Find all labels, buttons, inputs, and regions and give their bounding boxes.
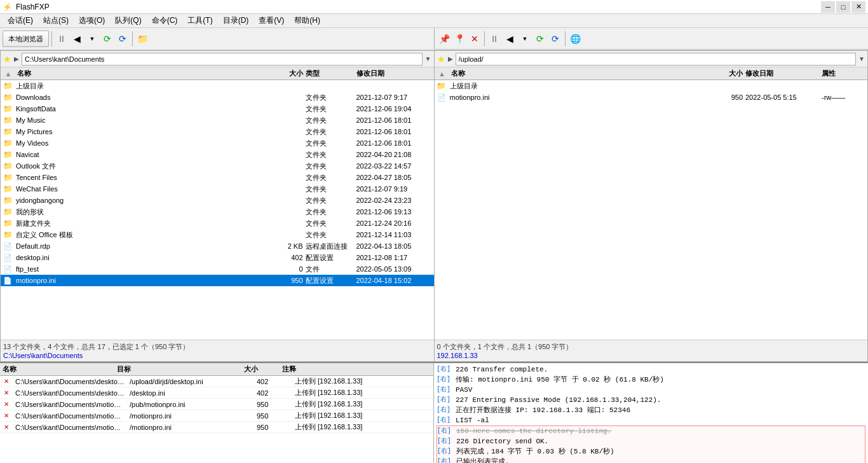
- left-star-icon[interactable]: ★: [3, 54, 11, 64]
- folder-icon: 📁: [2, 172, 13, 183]
- list-item[interactable]: 📁Navicat文件夹2022-04-20 21:08: [1, 149, 434, 160]
- list-item[interactable]: 📁My Pictures文件夹2021-12-06 18:01: [1, 126, 434, 137]
- list-item[interactable]: 📄Default.rdp2 KB远程桌面连接2022-04-13 18:05: [1, 240, 434, 252]
- file-date: 2022-04-18 15:02: [356, 277, 433, 284]
- right-path-dropdown[interactable]: ▼: [858, 55, 865, 62]
- refresh-blue-icon[interactable]: ⟳: [116, 32, 130, 46]
- list-item[interactable]: 📁自定义 Office 模板文件夹2021-12-14 11:03: [1, 229, 434, 240]
- right-star-icon[interactable]: ★: [437, 54, 445, 64]
- toolbars: 本地浏览器 ⏸ ◀ ▼ ⟳ ⟳ 📁 📌 📍 ✕ ⏸ ◀ ▼ ⟳ ⟳ 🌐: [0, 28, 868, 50]
- queue-item-name: C:\Users\kant\Documents\desktop.ini: [13, 389, 127, 397]
- list-item[interactable]: 📁Downloads文件夹2021-12-07 9:17: [1, 92, 434, 103]
- close-button[interactable]: ✕: [851, 1, 865, 13]
- list-item[interactable]: 📁My Music文件夹2021-12-06 18:01: [1, 114, 434, 126]
- queue-item-size: 950: [254, 412, 292, 420]
- list-item[interactable]: 📁我的形状文件夹2021-12-06 19:13: [1, 206, 434, 218]
- folder-icon[interactable]: 📁: [135, 32, 149, 46]
- left-path-bar: ★ ▶ ▼: [1, 51, 434, 67]
- maximize-button[interactable]: □: [836, 1, 850, 13]
- file-type: 配置设置: [306, 253, 356, 263]
- refresh-green-icon[interactable]: ⟳: [100, 32, 114, 46]
- menu-item[interactable]: 工具(T): [182, 14, 217, 27]
- queue-row[interactable]: ✕C:\Users\kant\Documents\motionpro.ini/m…: [0, 410, 433, 422]
- pause-icon[interactable]: ⏸: [55, 32, 69, 46]
- globe-icon[interactable]: 🌐: [568, 32, 582, 46]
- local-browser-button[interactable]: 本地浏览器: [3, 31, 49, 47]
- list-item[interactable]: 📁新建文件夹文件夹2021-12-24 20:16: [1, 218, 434, 229]
- menu-item[interactable]: 队列(Q): [110, 14, 146, 27]
- folder-icon: 📁: [2, 230, 13, 240]
- menu-item[interactable]: 命令(C): [147, 14, 183, 27]
- refresh2-green-icon[interactable]: ⟳: [533, 32, 547, 46]
- queue-item-note: 上传到 [192.168.1.33]: [292, 422, 433, 432]
- file-date: 2021-12-06 18:01: [356, 139, 433, 147]
- right-header-size: 大小: [707, 69, 745, 78]
- list-item[interactable]: 📄desktop.ini402配置设置2021-12-08 1:17: [1, 252, 434, 263]
- minimize-button[interactable]: ─: [821, 1, 835, 13]
- arrow-left-icon[interactable]: ◀: [70, 32, 84, 46]
- folder-icon: 📁: [436, 81, 447, 91]
- queue-row[interactable]: ✕C:\Users\kant\Documents\motionpro.ini/p…: [0, 399, 433, 410]
- file-date: 2021-12-06 18:01: [356, 116, 433, 124]
- queue-row[interactable]: ✕C:\Users\kant\Documents\desktop.ini/des…: [0, 387, 433, 399]
- list-item[interactable]: 📄motionpro.ini950配置设置2022-04-18 15:02: [1, 275, 434, 286]
- queue-item-note: 上传到 [192.168.1.33]: [292, 388, 433, 397]
- dropdown2-icon[interactable]: ▼: [518, 32, 532, 46]
- queue-header-size: 大小: [241, 364, 280, 374]
- list-item[interactable]: 📁Outlook 文件文件夹2022-03-22 14:57: [1, 160, 434, 172]
- right-status-text: 0 个文件夹，1 个文件，总共 1（950 字节）: [437, 342, 865, 352]
- file-type: 文件夹: [306, 173, 356, 183]
- pin2-icon[interactable]: 📍: [452, 32, 466, 46]
- left-nav-arrow[interactable]: ▶: [14, 55, 19, 62]
- log-text: 列表完成，184 字节 于 0.03 秒 (5.8 KB/秒): [456, 446, 865, 457]
- right-file-header: ▲ 名称 大小 修改日期 属性: [435, 67, 868, 80]
- delete-icon[interactable]: ✕: [468, 32, 482, 46]
- list-item[interactable]: 📁WeChat Files文件夹2021-12-07 9:19: [1, 183, 434, 195]
- left-path-dropdown[interactable]: ▼: [425, 55, 431, 62]
- refresh2-blue-icon[interactable]: ⟳: [548, 32, 562, 46]
- right-path-input[interactable]: [456, 53, 857, 66]
- pin-icon[interactable]: 📌: [437, 32, 451, 46]
- file-name: 上级目录: [13, 81, 268, 91]
- menu-item[interactable]: 站点(S): [38, 14, 74, 27]
- pause2-icon[interactable]: ⏸: [487, 32, 501, 46]
- folder-icon: 📁: [2, 81, 13, 91]
- dropdown-arrow-icon[interactable]: ▼: [85, 32, 99, 46]
- right-nav-arrow[interactable]: ▶: [448, 55, 453, 62]
- menu-item[interactable]: 目录(D): [218, 14, 254, 27]
- arrow2-icon[interactable]: ◀: [503, 32, 517, 46]
- separator3: [484, 31, 485, 46]
- list-item[interactable]: 📁Tencent Files文件夹2022-04-27 18:05: [1, 172, 434, 183]
- log-text: LIST -al: [456, 415, 865, 425]
- queue-item-icon: ✕: [0, 389, 13, 396]
- queue-row[interactable]: ✕C:\Users\kant\Documents\desktop.ini/upl…: [0, 376, 433, 387]
- titlebar: ⚡ FlashFXP ─ □ ✕: [0, 0, 868, 14]
- left-file-list: 📁上级目录📁Downloads文件夹2021-12-07 9:17📁Kingso…: [1, 80, 434, 340]
- file-icon: 📄: [2, 264, 13, 274]
- file-name: motionpro.ini: [447, 93, 708, 101]
- left-path-input[interactable]: [22, 53, 423, 66]
- log-direction: [右]: [437, 457, 455, 463]
- menu-item[interactable]: 帮助(H): [289, 14, 325, 27]
- transfer-queue: 名称 目标 大小 注释 ✕C:\Users\kant\Documents\des…: [0, 363, 434, 463]
- log-text: 226 Directory send OK.: [456, 436, 865, 446]
- log-text: PASV: [456, 385, 865, 395]
- file-date: 2021-12-06 19:04: [356, 105, 433, 113]
- file-size: 950: [707, 93, 745, 101]
- list-item[interactable]: 📁上级目录: [1, 80, 434, 92]
- file-size: 402: [268, 254, 306, 261]
- menu-item[interactable]: 查看(V): [254, 14, 289, 27]
- menu-item[interactable]: 会话(E): [3, 14, 38, 27]
- list-item[interactable]: 📁上级目录: [435, 80, 868, 92]
- file-date: 2022-04-27 18:05: [356, 174, 433, 181]
- queue-item-dest: /desktop.ini: [127, 389, 254, 397]
- menu-item[interactable]: 选项(O): [74, 14, 110, 27]
- list-item[interactable]: 📄motionpro.ini9502022-05-05 5:15-rw——: [435, 92, 868, 103]
- log-direction: [右]: [437, 364, 454, 375]
- list-item[interactable]: 📄ftp_test0文件2022-05-05 13:09: [1, 263, 434, 275]
- left-toolbar: 本地浏览器 ⏸ ◀ ▼ ⟳ ⟳ 📁: [0, 28, 434, 50]
- queue-row[interactable]: ✕C:\Users\kant\Documents\motionpro.ini/m…: [0, 422, 433, 433]
- list-item[interactable]: 📁yidongbangong文件夹2022-02-24 23:23: [1, 195, 434, 206]
- list-item[interactable]: 📁KingsoftData文件夹2021-12-06 19:04: [1, 103, 434, 114]
- list-item[interactable]: 📁My Videos文件夹2021-12-06 18:01: [1, 137, 434, 149]
